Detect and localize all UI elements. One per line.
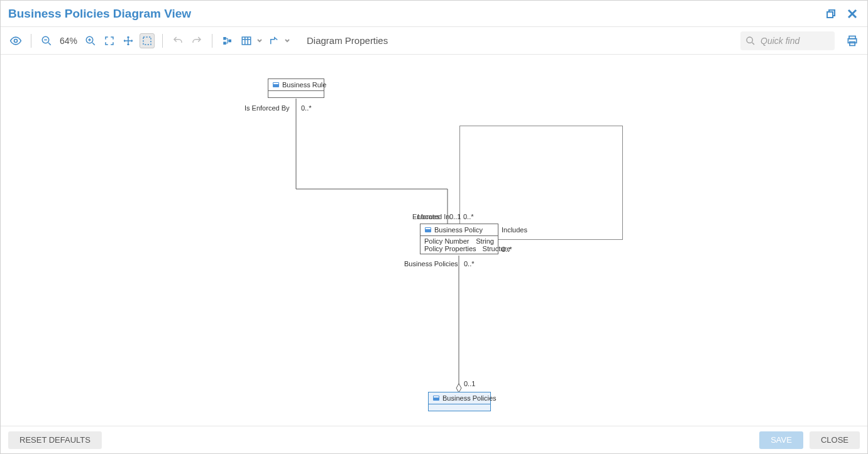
diagram-canvas[interactable]: Business Rule Is Enforced By 0..* Busine… [1, 55, 867, 426]
zoom-in-icon[interactable] [83, 33, 98, 48]
restore-window-icon[interactable] [823, 6, 838, 21]
svg-rect-6 [223, 41, 226, 45]
edge-label: Located In [417, 213, 449, 220]
node-business-rule[interactable]: Business Rule [268, 78, 324, 98]
toolbar-divider [31, 34, 31, 48]
save-button[interactable]: SAVE [759, 431, 803, 449]
edge-multiplicity: 0..1 [464, 380, 475, 387]
toolbar: 64% [1, 27, 867, 55]
footer-bar: RESET DEFAULTS SAVE CLOSE [1, 426, 867, 453]
window: Business Policies Diagram View [0, 0, 868, 454]
edge-label: Is Enforced By [244, 104, 290, 112]
zoom-out-icon[interactable] [39, 33, 54, 48]
page-title: Business Policies Diagram View [8, 7, 823, 21]
toolbar-divider [212, 34, 212, 48]
chevron-down-icon[interactable] [284, 38, 290, 44]
pan-icon[interactable] [121, 33, 136, 48]
node-title: Business Rule [282, 81, 326, 89]
svg-rect-19 [434, 396, 439, 397]
edge-multiplicity: 0..1 [449, 213, 461, 220]
svg-rect-5 [223, 37, 226, 40]
layout-icon[interactable] [220, 33, 235, 48]
svg-rect-0 [827, 12, 833, 18]
fit-screen-icon[interactable] [102, 33, 117, 48]
reset-defaults-button[interactable]: RESET DEFAULTS [8, 431, 102, 449]
toolbar-divider [162, 34, 163, 48]
visibility-icon[interactable] [8, 33, 23, 48]
edge-multiplicity: 0..* [463, 213, 474, 220]
redo-icon[interactable] [189, 33, 204, 48]
search-icon [745, 36, 755, 46]
svg-rect-17 [426, 228, 431, 229]
zoom-percent: 64% [58, 36, 79, 46]
edge-multiplicity: 0..* [464, 260, 475, 268]
header-actions [823, 6, 860, 21]
svg-rect-4 [143, 37, 151, 45]
selection-icon[interactable] [140, 33, 155, 48]
svg-marker-13 [456, 384, 461, 392]
close-button[interactable]: CLOSE [810, 431, 860, 449]
diagram-properties-link[interactable]: Diagram Properties [307, 35, 388, 46]
svg-rect-8 [242, 37, 251, 45]
header-bar: Business Policies Diagram View [1, 1, 867, 27]
node-title: Business Policies [442, 394, 497, 402]
svg-point-1 [14, 39, 18, 42]
entity-icon [424, 226, 432, 234]
routing-icon[interactable] [266, 33, 282, 48]
edge-multiplicity: 0..* [502, 246, 512, 253]
table-icon[interactable] [239, 33, 254, 48]
edge-label: Business Policies [404, 260, 458, 268]
undo-icon[interactable] [170, 33, 185, 48]
svg-rect-15 [273, 83, 278, 84]
quick-find-box[interactable] [740, 31, 835, 50]
attr-type: String [476, 237, 494, 245]
node-title: Business Policy [434, 226, 483, 234]
attr-name: Policy Number [424, 237, 470, 245]
edge-label: Includes [502, 226, 527, 234]
entity-icon [272, 81, 280, 89]
svg-rect-7 [229, 39, 232, 42]
svg-point-9 [747, 37, 752, 43]
edge-multiplicity: 0..* [301, 104, 312, 112]
node-business-policy[interactable]: Business Policy Policy Number String Pol… [420, 224, 498, 254]
container-rect[interactable] [459, 126, 623, 240]
chevron-down-icon[interactable] [256, 38, 263, 44]
attr-name: Policy Properties [424, 245, 476, 252]
print-icon[interactable] [845, 33, 860, 48]
node-business-policies[interactable]: Business Policies [428, 392, 491, 411]
entity-icon [432, 394, 440, 402]
quick-find-input[interactable] [759, 35, 830, 46]
close-icon[interactable] [845, 6, 860, 21]
